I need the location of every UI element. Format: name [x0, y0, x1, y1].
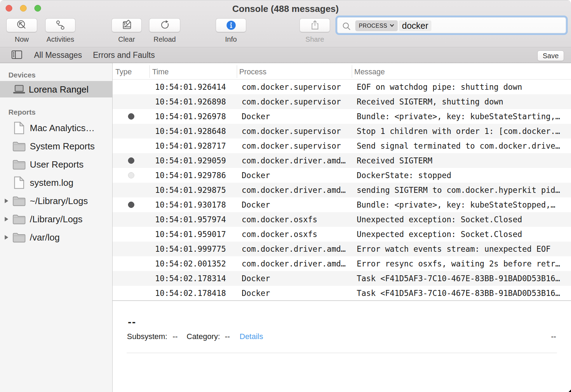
- log-row[interactable]: 10:54:01.928648 com.docker.supervisor St…: [113, 124, 571, 138]
- disclosure-triangle-icon[interactable]: [4, 235, 9, 240]
- log-process: com.docker.supervisor: [242, 82, 350, 92]
- details-link[interactable]: Details: [240, 332, 263, 341]
- detail-subsystem-label: Subsystem:: [127, 332, 167, 341]
- sidebar-item-user-reports[interactable]: User Reports: [0, 155, 112, 174]
- log-row[interactable]: 10:54:01.929875 com.docker.driver.amd… s…: [113, 183, 571, 197]
- activities-button[interactable]: [45, 18, 75, 32]
- search-term-token[interactable]: docker: [399, 20, 431, 31]
- folder-icon: [13, 196, 26, 206]
- sidebar-item-label: Lorena Rangel: [29, 84, 89, 95]
- now-button[interactable]: [6, 18, 37, 32]
- log-row[interactable]: 10:54:02.178418 Docker Task <F41D5AF3-7C…: [113, 286, 571, 300]
- detail-message-placeholder: --: [127, 317, 135, 327]
- sidebar-item-label: system.log: [30, 177, 73, 188]
- log-message: Bundle: <private>, key: kubeStateStopped…: [357, 200, 567, 209]
- log-time: 10:54:01.926898: [155, 97, 236, 106]
- sidebar-item-mac-analytics[interactable]: Mac Analytics…: [0, 119, 112, 137]
- document-icon: [13, 176, 26, 189]
- route-icon: [54, 19, 66, 31]
- log-message: Task <F41D5AF3-7C10-467E-83BB-91BAD0D53B…: [357, 289, 567, 298]
- detail-category-label: Category:: [187, 332, 220, 341]
- reload-icon: [159, 19, 171, 31]
- save-button[interactable]: Save: [537, 50, 564, 61]
- document-icon: [13, 122, 26, 134]
- log-process: com.docker.driver.amd…: [242, 259, 350, 268]
- sidebar-item-user-library-logs[interactable]: ~/Library/Logs: [0, 192, 112, 210]
- log-time: 10:54:01.928648: [155, 127, 236, 136]
- folder-icon: [13, 141, 26, 151]
- log-time: 10:54:01.959017: [155, 230, 236, 239]
- column-divider[interactable]: [149, 65, 150, 78]
- log-message: EOF on watchdog pipe: shutting down: [357, 82, 567, 92]
- column-header-message[interactable]: Message: [354, 68, 385, 76]
- sidebar-item-label: User Reports: [30, 159, 83, 170]
- tab-errors-and-faults[interactable]: Errors and Faults: [93, 47, 155, 63]
- log-row[interactable]: 10:54:01.928717 com.docker.supervisor Se…: [113, 138, 571, 153]
- table-header: Type Time Process Message: [113, 63, 571, 80]
- sidebar-item-label: /var/log: [30, 232, 60, 243]
- sidebar-item-var-log[interactable]: /var/log: [0, 228, 112, 246]
- sidebar-item-system-log[interactable]: system.log: [0, 174, 112, 192]
- log-row[interactable]: 10:54:01.959017 com.docker.osxfs Unexpec…: [113, 227, 571, 242]
- filter-bar: All Messages Errors and Faults Save: [0, 47, 571, 63]
- column-divider[interactable]: [352, 65, 352, 78]
- log-type-dot: [128, 202, 134, 208]
- now-button-label: Now: [6, 35, 37, 43]
- tab-all-messages[interactable]: All Messages: [34, 47, 82, 63]
- log-message: Stop 1 children with order 1: [com.docke…: [357, 127, 567, 136]
- log-process: Docker: [242, 112, 350, 121]
- info-button[interactable]: [216, 18, 246, 32]
- sidebar-item-system-reports[interactable]: System Reports: [0, 137, 112, 155]
- log-row[interactable]: 10:54:02.178314 Docker Task <F41D5AF3-7C…: [113, 271, 571, 286]
- search-icon: [342, 21, 352, 32]
- log-row[interactable]: 10:54:01.999775 com.docker.driver.amd… E…: [113, 242, 571, 256]
- sidebar-item-label: Mac Analytics…: [30, 123, 95, 134]
- log-process: com.docker.supervisor: [242, 127, 350, 136]
- log-table: Type Time Process Message 10:54:01.92641…: [113, 63, 571, 392]
- search-term-text: docker: [402, 21, 428, 31]
- folder-icon: [13, 214, 26, 224]
- sidebar-toggle-icon[interactable]: [12, 50, 22, 59]
- column-header-time[interactable]: Time: [152, 68, 169, 76]
- sidebar-item-library-logs[interactable]: /Library/Logs: [0, 210, 112, 228]
- log-row[interactable]: 10:54:01.926414 com.docker.supervisor EO…: [113, 80, 571, 94]
- detail-divider: [127, 353, 557, 353]
- log-message: Error resync osxfs, waiting 2s before re…: [357, 259, 567, 268]
- column-divider[interactable]: [237, 65, 237, 78]
- console-window: Console (488 messages): [0, 0, 571, 392]
- folder-icon: [13, 159, 26, 170]
- log-row[interactable]: 10:54:01.926898 com.docker.supervisor Re…: [113, 94, 571, 109]
- log-time: 10:54:01.929786: [155, 171, 236, 180]
- log-row[interactable]: 10:54:01.957974 com.docker.osxfs Unexpec…: [113, 212, 571, 227]
- column-header-type[interactable]: Type: [115, 68, 132, 76]
- search-field[interactable]: PROCESS docker: [336, 16, 567, 35]
- log-row[interactable]: 10:54:01.929786 Docker DockerState: stop…: [113, 168, 571, 183]
- disclosure-triangle-icon[interactable]: [4, 216, 9, 222]
- disclosure-triangle-icon[interactable]: [4, 198, 9, 204]
- log-time: 10:54:01.930178: [155, 200, 236, 209]
- target-arrow-icon: [16, 19, 28, 31]
- sidebar-item-lorena-rangel[interactable]: Lorena Rangel: [0, 81, 112, 97]
- log-time: 10:54:01.926978: [155, 112, 236, 121]
- log-row[interactable]: 10:54:02.001352 com.docker.driver.amd… E…: [113, 256, 571, 271]
- log-process: Docker: [242, 289, 350, 298]
- log-message: DockerState: stopped: [357, 171, 567, 180]
- log-process: com.docker.supervisor: [242, 97, 350, 106]
- column-header-process[interactable]: Process: [239, 68, 267, 76]
- share-button[interactable]: [300, 18, 330, 32]
- reload-button[interactable]: [149, 18, 180, 32]
- info-button-label: Info: [216, 35, 246, 43]
- search-scope-token[interactable]: PROCESS: [355, 20, 398, 31]
- log-row[interactable]: 10:54:01.930178 Docker Bundle: <private>…: [113, 197, 571, 212]
- titlebar-toolbar: Console (488 messages): [0, 0, 571, 47]
- log-row[interactable]: 10:54:01.929059 com.docker.driver.amd… R…: [113, 153, 571, 168]
- sidebar-section-devices: Devices: [8, 71, 36, 79]
- log-process: com.docker.driver.amd…: [242, 185, 350, 195]
- sidebar-item-label: System Reports: [30, 141, 95, 152]
- folder-icon: [13, 232, 26, 243]
- sidebar: Devices Lorena Rangel Reports Mac Analyt…: [0, 63, 113, 392]
- log-time: 10:54:01.926414: [155, 82, 236, 92]
- clear-button[interactable]: [112, 18, 142, 32]
- log-time: 10:54:01.929875: [155, 185, 236, 195]
- log-row[interactable]: 10:54:01.926978 Docker Bundle: <private>…: [113, 109, 571, 124]
